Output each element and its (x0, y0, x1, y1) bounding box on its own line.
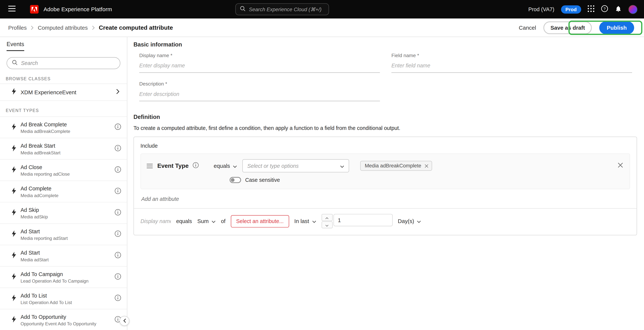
chevron-right-icon (116, 88, 120, 96)
notifications-button[interactable] (615, 5, 622, 14)
of-label: of (221, 218, 226, 224)
page-actions: Cancel Save as draft Publish (519, 21, 638, 34)
field-name-label: Field name * (392, 53, 632, 58)
event-type-row[interactable]: Ad CompleteMedia adComplete (0, 181, 127, 203)
event-info-button[interactable] (114, 252, 121, 260)
event-info-button[interactable] (114, 230, 121, 238)
chevron-left-icon (123, 318, 126, 324)
event-title: Ad Break Start (20, 143, 114, 149)
info-icon (114, 294, 121, 302)
event-type-row[interactable]: Ad CloseMedia reporting adClose (0, 159, 127, 181)
lightning-icon (12, 123, 16, 131)
tab-events[interactable]: Events (6, 41, 24, 51)
event-info-button[interactable] (114, 166, 121, 174)
window-value-input[interactable] (333, 214, 392, 226)
event-type-row[interactable]: Add To CampaignLead Operation Add To Cam… (0, 267, 127, 288)
class-item-xdm-experienceevent[interactable]: XDM ExperienceEvent (0, 83, 127, 101)
topbar-right-cluster: Prod (VA7) Prod ? (528, 5, 638, 14)
info-icon (114, 209, 121, 217)
adobe-logo-icon[interactable] (30, 5, 38, 14)
event-subtitle: Media adStart (20, 257, 114, 262)
hamburger-icon (8, 6, 16, 13)
user-avatar[interactable] (628, 5, 637, 14)
stepper-decrement-button[interactable] (322, 221, 332, 228)
select-attribute-button[interactable]: Select an attribute... (231, 215, 289, 227)
lightning-icon (12, 145, 16, 153)
event-type-row[interactable]: Ad StartMedia reporting adStart (0, 224, 127, 245)
stepper-increment-button[interactable] (322, 214, 332, 221)
menu-button[interactable] (8, 5, 16, 14)
event-title: Ad Start (20, 250, 114, 256)
description-field: Description * (139, 81, 380, 101)
svg-text:?: ? (604, 7, 606, 11)
sidebar-search[interactable] (6, 57, 120, 69)
event-subtitle: Opportunity Event Add To Opportunity (20, 321, 114, 326)
chevron-down-icon (417, 218, 421, 224)
event-info-button[interactable] (114, 188, 121, 196)
description-input[interactable] (139, 88, 380, 101)
options-combobox[interactable] (242, 159, 349, 173)
event-type-row[interactable]: Ad Break CompleteMedia adBreakComplete (0, 117, 127, 138)
save-as-draft-button[interactable]: Save as draft (544, 21, 592, 34)
options-combobox-input[interactable] (247, 163, 339, 169)
drag-handle-icon[interactable] (147, 163, 153, 168)
window-operator-value: In last (294, 218, 309, 224)
global-search-input[interactable] (249, 6, 324, 12)
breadcrumb-separator-icon (92, 25, 95, 30)
content-area: Events BROWSE CLASSES XDM ExperienceEven… (0, 37, 644, 330)
event-subtitle: Media adComplete (20, 193, 114, 198)
operator-select[interactable]: equals (214, 163, 237, 169)
remove-condition-button[interactable] (617, 162, 624, 170)
apps-grid-button[interactable] (588, 6, 594, 13)
global-search[interactable] (235, 3, 329, 15)
info-icon (114, 166, 121, 174)
lightning-icon (12, 209, 16, 217)
event-type-row[interactable]: Add To ListList Operation Add To List (0, 288, 127, 309)
close-icon (424, 163, 428, 169)
event-type-row[interactable]: Ad Break StartMedia adBreakStart (0, 138, 127, 160)
event-info-button[interactable] (114, 209, 121, 217)
apps-grid-icon (588, 6, 594, 13)
cancel-button[interactable]: Cancel (519, 25, 536, 31)
attribute-display-name-input[interactable] (140, 218, 171, 224)
breadcrumb-separator-icon (31, 25, 34, 30)
event-info-button[interactable] (114, 294, 121, 302)
publish-button[interactable]: Publish (599, 21, 634, 34)
create-computed-attribute-form: Basic information Display name * Field n… (127, 37, 644, 330)
add-attribute-placeholder[interactable]: Add an attribute (141, 196, 179, 202)
function-select[interactable]: Sum (197, 218, 216, 224)
help-button[interactable]: ? (601, 5, 608, 14)
unit-select[interactable]: Day(s) (398, 218, 421, 224)
event-title: Add To Opportunity (20, 314, 114, 320)
event-subtitle: Media adSkip (20, 214, 114, 219)
event-title: Ad Start (20, 228, 114, 234)
display-name-input[interactable] (139, 60, 380, 73)
event-type-row[interactable]: Ad StartMedia adStart (0, 245, 127, 267)
sidebar-tabs: Events (0, 37, 127, 51)
window-operator-select[interactable]: In last (294, 218, 316, 224)
sidebar-collapse-button[interactable] (120, 316, 129, 326)
breadcrumb-computed-attributes[interactable]: Computed attributes (38, 25, 88, 31)
lightning-icon (12, 88, 16, 96)
event-info-button[interactable] (114, 123, 121, 131)
lightning-icon (12, 316, 16, 324)
event-type-row[interactable]: Ad SkipMedia adSkip (0, 202, 127, 224)
event-info-button[interactable] (114, 145, 121, 153)
selected-option-tag-label: Media adBreakComplete (365, 163, 421, 169)
sidebar-search-input[interactable] (21, 60, 115, 66)
breadcrumb-profiles[interactable]: Profiles (8, 25, 27, 31)
info-icon (114, 230, 121, 238)
environment-badge[interactable]: Prod (561, 5, 581, 14)
event-type-row[interactable]: Add To OpportunityOpportunity Event Add … (0, 309, 127, 330)
remove-tag-button[interactable] (424, 163, 428, 169)
basic-information-grid: Display name * Field name * Description … (139, 53, 637, 101)
case-sensitive-toggle[interactable] (230, 177, 241, 183)
field-name-input[interactable] (392, 60, 632, 73)
event-title: Ad Break Complete (20, 121, 114, 127)
info-icon[interactable] (193, 162, 199, 170)
window-value-stepper (322, 214, 392, 228)
options-combobox-open-button[interactable] (339, 161, 345, 171)
top-shell-bar: Adobe Experience Platform Prod (VA7) Pro… (0, 0, 644, 19)
event-info-button[interactable] (114, 273, 121, 281)
lightning-icon (12, 294, 16, 302)
